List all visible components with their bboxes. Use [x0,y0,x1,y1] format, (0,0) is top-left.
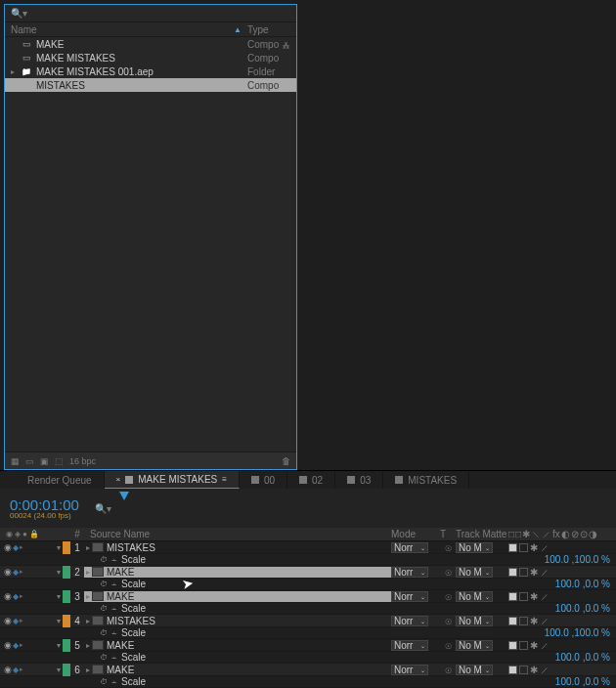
keyframe-nav-icon[interactable]: ◆ [13,666,19,674]
blend-mode-cell[interactable]: Norr⌄ [391,567,440,578]
property-row[interactable]: ⏱⫠Scale100.0 ,0.0 % [0,676,616,688]
blend-mode-dropdown[interactable]: Norr⌄ [391,640,428,651]
property-name-cell[interactable]: ⏱⫠Scale [70,603,391,614]
project-item[interactable]: MAKE MISTAKESCompo [5,51,296,64]
av-switches-header[interactable]: ◉ ◈ ● 🔒 [0,530,63,538]
visibility-icon[interactable]: ◉ [4,542,12,552]
blend-mode-cell[interactable]: Norr⌄ [391,591,440,602]
shy-icon[interactable]: ▸ [20,543,23,551]
layer-name-cell[interactable]: ▸MAKE [84,567,391,578]
blend-mode-cell[interactable]: Norr⌄ [391,542,440,553]
stopwatch-icon[interactable]: ⏱ [100,580,108,588]
layer-switches[interactable]: ✱⟋ [508,567,616,578]
quality-switch[interactable] [519,666,528,674]
property-name-cell[interactable]: ⏱⫠Scale [70,652,391,663]
shy-icon[interactable]: ▸ [20,641,23,649]
stopwatch-icon[interactable]: ⏱ [100,628,108,637]
preserve-transparency-cell[interactable]: ☉ [440,640,456,651]
layer-name-cell[interactable]: ▸MAKE [84,665,391,675]
trash-icon[interactable]: 🗑 [282,456,290,466]
interpret-icon[interactable]: ▦ [11,456,20,466]
tab-close-icon[interactable]: × [116,475,121,484]
graph-icon[interactable]: ⫠ [110,628,118,637]
motion-blur-switch[interactable]: ✱ [530,591,538,602]
blend-mode-cell[interactable]: Norr⌄ [391,616,440,626]
twirl-icon[interactable]: ▾ [57,641,61,650]
layer-row[interactable]: ◉◆▸▾1▸MISTAKESNorr⌄☉No M⌄✱⟋ [0,541,616,554]
track-matte-cell[interactable]: No M⌄ [456,616,508,626]
layer-av-switches[interactable]: ◉◆▸▾ [0,567,63,577]
blend-mode-dropdown[interactable]: Norr⌄ [391,591,428,602]
collapse-switch[interactable] [508,641,517,650]
adjustment-switch[interactable]: ⟋ [540,591,550,602]
layer-name-cell[interactable]: ▸MISTAKES [84,542,391,553]
layer-color-label[interactable] [63,590,70,603]
blend-mode-dropdown[interactable]: Norr⌄ [391,665,428,675]
property-name-cell[interactable]: ⏱⫠Scale [70,627,391,638]
shy-icon[interactable]: ▸ [20,592,23,600]
property-value[interactable]: 100.0 ,0.0 % [391,579,616,589]
layer-twirl-icon[interactable]: ▸ [86,568,90,577]
quality-switch[interactable] [519,592,528,601]
layer-rows[interactable]: ◉◆▸▾1▸MISTAKESNorr⌄☉No M⌄✱⟋⏱⫠Scale100.0 … [0,541,616,688]
project-item[interactable]: MISTAKESCompo [5,78,296,92]
twirl-icon[interactable]: ▾ [57,617,61,625]
track-matte-dropdown[interactable]: No M⌄ [456,616,493,626]
motion-blur-switch[interactable]: ✱ [530,640,538,651]
keyframe-nav-icon[interactable]: ◆ [13,592,19,601]
property-name-cell[interactable]: ⏱⫠Scale [70,554,391,565]
layer-color-label[interactable] [63,615,70,627]
blend-mode-cell[interactable]: Norr⌄ [391,640,440,651]
adjustment-switch[interactable]: ⟋ [540,665,550,675]
track-matte-header[interactable]: Track Matte [456,529,508,539]
stopwatch-icon[interactable]: ⏱ [100,555,108,564]
adjustment-switch[interactable]: ⟋ [540,567,550,578]
track-matte-dropdown[interactable]: No M⌄ [456,640,493,651]
bpc-label[interactable]: 16 bpc [69,456,96,466]
graph-icon[interactable]: ⫠ [110,677,118,686]
blend-mode-dropdown[interactable]: Norr⌄ [391,542,428,553]
quality-switch[interactable] [519,641,528,650]
twirl-icon[interactable]: ▾ [57,592,61,601]
visibility-icon[interactable]: ◉ [4,665,12,674]
layer-color-label[interactable] [63,664,70,676]
timeline-tab[interactable]: 00 [240,471,287,489]
shy-icon[interactable]: ▸ [20,666,23,673]
graph-icon[interactable]: ⫠ [110,555,118,564]
mode-header[interactable]: Mode [391,529,440,539]
quality-switch[interactable] [519,617,528,625]
property-name-cell[interactable]: ⏱⫠Scale [70,579,391,589]
tab-menu-icon[interactable]: ≡ [222,475,227,484]
layer-switches[interactable]: ✱⟋ [508,542,616,553]
source-name-header[interactable]: Source Name [84,529,391,539]
visibility-icon[interactable]: ◉ [4,591,12,601]
property-value[interactable]: 100.0 ,0.0 % [391,652,616,663]
track-matte-dropdown[interactable]: No M⌄ [456,665,493,675]
layer-name-cell[interactable]: ▸MISTAKES [84,616,391,626]
property-value[interactable]: 100.0 ,100.0 % [391,554,616,565]
expander-icon[interactable]: ▸ [11,67,21,76]
keyframe-nav-icon[interactable]: ◆ [13,641,19,650]
collapse-switch[interactable] [508,592,517,601]
adjustment-switch[interactable]: ⟋ [540,640,550,651]
layer-av-switches[interactable]: ◉◆▸▾ [0,665,63,674]
twirl-icon[interactable]: ▾ [57,666,61,674]
property-row[interactable]: ⏱⫠Scale100.0 ,100.0 % [0,554,616,566]
collapse-switch[interactable] [508,543,517,552]
graph-icon[interactable]: ⫠ [110,580,118,588]
track-matte-cell[interactable]: No M⌄ [456,591,508,602]
layer-color-label[interactable] [63,639,70,652]
track-matte-dropdown[interactable]: No M⌄ [456,591,493,602]
property-value[interactable]: 100.0 ,0.0 % [391,603,616,614]
project-item[interactable]: MAKECompo ⁂ [5,37,296,51]
shy-icon[interactable]: ▸ [20,617,23,624]
visibility-icon[interactable]: ◉ [4,640,12,650]
stopwatch-icon[interactable]: ⏱ [100,653,108,662]
layer-row[interactable]: ◉◆▸▾5▸MAKENorr⌄☉No M⌄✱⟋ [0,639,616,652]
layer-row[interactable]: ◉◆▸▾2▸MAKENorr⌄☉No M⌄✱⟋ [0,566,616,579]
switches-header[interactable]: □□✱⟍⟋fx◐⊘⊙◑ [508,529,616,539]
preserve-transparency-cell[interactable]: ☉ [440,665,456,675]
collapse-switch[interactable] [508,568,517,577]
layer-av-switches[interactable]: ◉◆▸▾ [0,591,63,601]
column-name-header[interactable]: Name ▲ [5,22,247,36]
